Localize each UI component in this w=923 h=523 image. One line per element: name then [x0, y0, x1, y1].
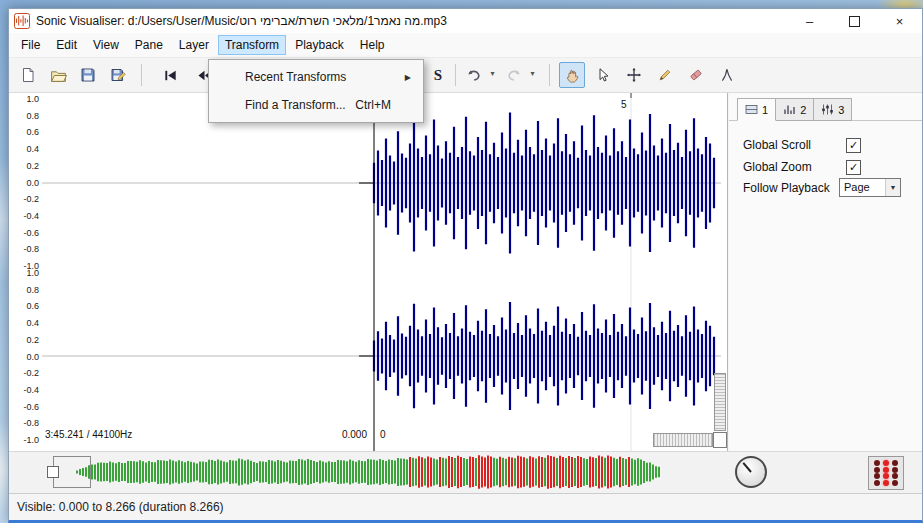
desktop: { "window": { "title": "Sonic Visualiser…: [0, 0, 923, 523]
panner-grabber-handle[interactable]: [47, 466, 59, 478]
led-dot: [874, 467, 880, 473]
follow-playback-select[interactable]: Page ▼: [839, 178, 901, 197]
transform-menu-dropdown: Recent Transforms ▶ Find a Transform... …: [208, 59, 424, 123]
status-text: Visible: 0.000 to 8.266 (duration 8.266): [17, 500, 224, 514]
scale-label: -0.4: [11, 211, 39, 221]
measure-icon: [719, 67, 735, 83]
chart-icon: [783, 103, 796, 116]
follow-playback-value: Page: [844, 181, 870, 193]
scale-label: 0.2: [11, 335, 39, 345]
draw-tool-button[interactable]: [652, 62, 678, 88]
tab-pane-2[interactable]: 2: [775, 98, 814, 121]
scale-label: 1.0: [11, 268, 39, 278]
playback-level-button[interactable]: [868, 456, 904, 490]
tab-pane-3[interactable]: 3: [813, 98, 852, 121]
new-session-button[interactable]: [15, 62, 41, 88]
waveform-pane[interactable]: 5 3:45.241 / 44100Hz 0.000 0 1.00.80.60.…: [9, 93, 728, 451]
waveform-display: [9, 93, 728, 451]
solo-icon: S: [434, 67, 442, 84]
new-document-icon: [20, 67, 36, 83]
open-button[interactable]: [45, 62, 71, 88]
edit-tool-button[interactable]: [621, 62, 647, 88]
menu-item-file[interactable]: File: [14, 35, 47, 55]
global-zoom-checkbox[interactable]: ✓: [846, 160, 861, 175]
global-scroll-checkbox[interactable]: ✓: [846, 138, 861, 153]
toolbar-separator: [549, 64, 550, 86]
window-title: Sonic Visualiser: d:/Users/User/Music/מה…: [36, 14, 787, 28]
menu-item-view[interactable]: View: [86, 35, 126, 55]
navigate-tool-button[interactable]: [559, 62, 585, 88]
close-icon: ×: [896, 14, 904, 29]
menu-item-transform[interactable]: Transform: [218, 35, 286, 55]
properties-panel: 1 2 3: [729, 93, 922, 451]
led-dot: [883, 467, 889, 473]
led-dot: [874, 480, 880, 486]
horizontal-zoom-wheel[interactable]: [653, 433, 713, 447]
open-folder-icon: [50, 67, 67, 84]
tab-label: 3: [838, 104, 844, 116]
save-icon: [80, 67, 96, 83]
led-dot: [883, 460, 889, 466]
led-dot: [874, 460, 880, 466]
chevron-down-icon[interactable]: ▼: [885, 179, 900, 196]
tab-pane-1[interactable]: 1: [737, 98, 776, 121]
global-scroll-label: Global Scroll: [743, 138, 811, 152]
zero-line: [42, 183, 721, 356]
menu-item-help[interactable]: Help: [353, 35, 392, 55]
measure-tool-button[interactable]: [714, 62, 740, 88]
led-dot: [883, 473, 889, 479]
scale-label: -0.8: [11, 244, 39, 254]
save-as-button[interactable]: [105, 62, 131, 88]
menu-item-label: Find a Transform...: [245, 98, 346, 112]
redo-button[interactable]: [501, 62, 527, 88]
undo-dropdown-chevron-icon[interactable]: ▾: [487, 69, 498, 78]
erase-tool-button[interactable]: [683, 62, 709, 88]
minimize-button[interactable]: –: [787, 9, 832, 33]
scale-label: 0.4: [11, 144, 39, 154]
rewind-to-start-button[interactable]: [157, 62, 183, 88]
menu-item-playback[interactable]: Playback: [288, 35, 351, 55]
menu-item-recent-transforms[interactable]: Recent Transforms ▶: [209, 63, 423, 91]
scale-label: -0.6: [11, 228, 39, 238]
scale-label: 1.0: [11, 94, 39, 104]
scale-label: -0.8: [11, 418, 39, 428]
knob-pointer: [743, 462, 752, 472]
app-icon: [14, 13, 30, 29]
menu-item-pane[interactable]: Pane: [128, 35, 170, 55]
duration-label: 3:45.241 / 44100Hz: [45, 429, 132, 440]
scale-label: 0.8: [11, 285, 39, 295]
undo-button[interactable]: [461, 62, 487, 88]
vertical-zoom-wheel[interactable]: [714, 373, 726, 431]
scale-label: -0.2: [11, 194, 39, 204]
scale-label: -0.4: [11, 385, 39, 395]
solo-button[interactable]: S: [425, 62, 451, 88]
save-button[interactable]: [75, 62, 101, 88]
save-as-icon: [110, 67, 126, 83]
zero-line-cursor: [359, 183, 374, 356]
redo-dropdown-chevron-icon[interactable]: ▾: [527, 69, 538, 78]
menu-item-edit[interactable]: Edit: [49, 35, 84, 55]
move-cross-icon: [626, 67, 642, 83]
overview-strip[interactable]: [9, 451, 922, 493]
led-dot: [892, 460, 898, 466]
led-dot: [892, 480, 898, 486]
zoom-reset-handle[interactable]: [713, 432, 727, 448]
menu-bar: File Edit View Pane Layer Transform Play…: [9, 33, 922, 58]
close-button[interactable]: ×: [877, 9, 922, 33]
scale-label: 0.0: [11, 352, 39, 362]
scale-label: 0.4: [11, 318, 39, 328]
playback-speed-knob[interactable]: [735, 456, 767, 488]
maximize-button[interactable]: [832, 9, 877, 33]
tab-label: 1: [762, 104, 768, 116]
sliders-icon: [821, 103, 834, 116]
toolbar-separator: [141, 64, 142, 86]
menu-item-layer[interactable]: Layer: [172, 35, 216, 55]
select-tool-button[interactable]: [590, 62, 616, 88]
led-dot: [892, 473, 898, 479]
scale-label: -0.6: [11, 402, 39, 412]
scale-label: 0.8: [11, 111, 39, 121]
menu-item-label: Recent Transforms: [245, 70, 346, 84]
title-bar[interactable]: Sonic Visualiser: d:/Users/User/Music/מה…: [9, 9, 922, 33]
undo-icon: [465, 67, 483, 83]
menu-item-find-a-transform[interactable]: Find a Transform... Ctrl+M: [209, 91, 423, 119]
